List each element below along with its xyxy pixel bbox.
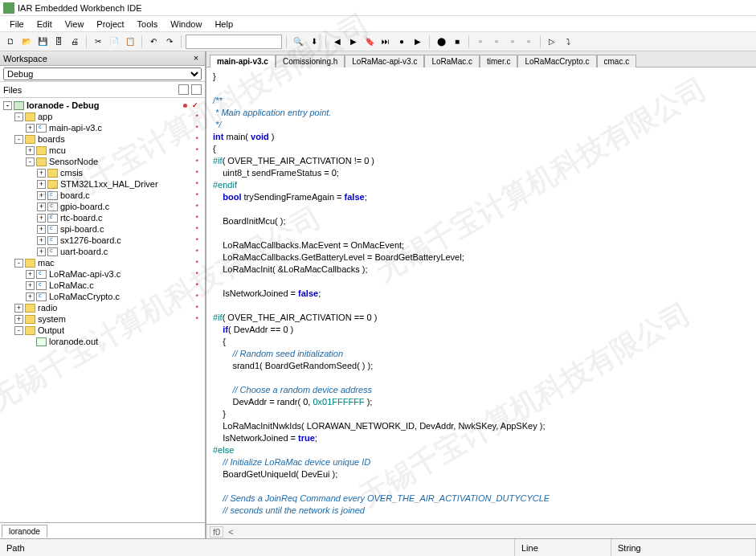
tree-item[interactable]: +mcu* bbox=[0, 145, 205, 156]
code-line[interactable] bbox=[213, 372, 750, 384]
code-line[interactable]: BoardInitMcu( ); bbox=[213, 215, 750, 227]
code-line[interactable]: srand1( BoardGetRandomSeed( ) ); bbox=[213, 360, 750, 372]
menu-window[interactable]: Window bbox=[164, 19, 208, 29]
editor-tab[interactable]: timer.c bbox=[480, 55, 517, 67]
file-tree[interactable]: -loranode - Debug✓-app*+main-api-v3.c*-b… bbox=[0, 98, 205, 522]
code-line[interactable]: int main( void ) bbox=[213, 131, 750, 143]
expand-icon[interactable]: + bbox=[26, 270, 35, 279]
tree-item[interactable]: -mac* bbox=[0, 257, 205, 268]
d4-button[interactable]: ▫ bbox=[521, 35, 536, 49]
tree-item[interactable]: +rtc-board.c* bbox=[0, 212, 205, 223]
expand-icon[interactable]: + bbox=[37, 214, 46, 223]
code-line[interactable]: // Initialize LoRaMac device unique ID bbox=[213, 456, 750, 468]
tree-item[interactable]: -boards* bbox=[0, 133, 205, 145]
code-line[interactable] bbox=[213, 227, 750, 239]
paste-button[interactable]: 📋 bbox=[123, 35, 137, 49]
save-button[interactable]: 💾 bbox=[35, 35, 50, 49]
expand-icon[interactable]: + bbox=[37, 247, 46, 256]
nav2-button[interactable]: ▶ bbox=[346, 35, 361, 49]
close-icon[interactable]: × bbox=[190, 53, 202, 64]
code-line[interactable] bbox=[213, 480, 750, 493]
code-line[interactable]: LoRaMacInit( &LoRaMacCallbacks ); bbox=[213, 264, 750, 276]
tree-item[interactable]: +cmsis* bbox=[0, 167, 205, 178]
tree-item[interactable]: +STM32L1xx_HAL_Driver* bbox=[0, 178, 205, 190]
expand-icon[interactable]: + bbox=[26, 146, 35, 155]
expand-icon[interactable]: - bbox=[26, 157, 35, 166]
expand-icon[interactable]: + bbox=[37, 191, 46, 200]
header-icon-2[interactable] bbox=[191, 84, 202, 95]
expand-icon[interactable]: + bbox=[37, 225, 46, 234]
code-line[interactable]: uint8_t sendFrameStatus = 0; bbox=[213, 167, 750, 179]
tree-item[interactable]: +LoRaMac-api-v3.c* bbox=[0, 268, 205, 280]
code-line[interactable]: IsNetworkJoined = false; bbox=[213, 288, 750, 300]
new-button[interactable]: 🗋 bbox=[3, 35, 18, 49]
menu-project[interactable]: Project bbox=[90, 19, 130, 29]
code-line[interactable]: { bbox=[213, 143, 750, 155]
expand-icon[interactable]: - bbox=[14, 135, 23, 144]
menu-help[interactable]: Help bbox=[208, 19, 239, 29]
code-line[interactable]: } bbox=[213, 71, 750, 83]
header-icon-1[interactable] bbox=[178, 84, 189, 95]
expand-icon[interactable]: - bbox=[14, 112, 23, 121]
expand-icon[interactable]: + bbox=[14, 304, 23, 313]
code-line[interactable]: BoardGetUniqueId( DevEui ); bbox=[213, 468, 750, 480]
redo-button[interactable]: ↷ bbox=[162, 35, 177, 49]
menu-view[interactable]: View bbox=[59, 19, 91, 29]
step-button[interactable]: ⤵ bbox=[561, 35, 575, 49]
tree-item[interactable]: -SensorNode* bbox=[0, 156, 205, 167]
d1-button[interactable]: ▫ bbox=[473, 35, 488, 49]
open-button[interactable]: 📂 bbox=[19, 35, 34, 49]
expand-icon[interactable]: - bbox=[14, 259, 23, 268]
expand-icon[interactable]: - bbox=[14, 326, 23, 335]
toolbar-combo[interactable] bbox=[186, 35, 282, 49]
tree-item[interactable]: -Output bbox=[0, 325, 205, 336]
code-line[interactable]: #if( OVER_THE_AIR_ACTIVATION == 0 ) bbox=[213, 312, 750, 324]
code-line[interactable]: DevAddr = randr( 0, 0x01FFFFFF ); bbox=[213, 396, 750, 408]
bookmarknext-button[interactable]: ⏭ bbox=[378, 35, 393, 49]
expand-icon[interactable]: + bbox=[26, 124, 35, 133]
tree-item[interactable]: loranode.out bbox=[0, 336, 205, 347]
code-line[interactable] bbox=[213, 276, 750, 288]
expand-icon[interactable]: + bbox=[37, 180, 46, 189]
editor-tab[interactable]: Comissioning.h bbox=[276, 55, 345, 67]
editor-tab[interactable]: LoRaMac-api-v3.c bbox=[345, 55, 424, 67]
code-line[interactable] bbox=[213, 203, 750, 215]
tree-item[interactable]: +spi-board.c* bbox=[0, 223, 205, 235]
nav1-button[interactable]: ◀ bbox=[330, 35, 345, 49]
bookmark-button[interactable]: 🔖 bbox=[362, 35, 377, 49]
editor-tab[interactable]: LoRaMac.c bbox=[424, 55, 480, 67]
code-line[interactable]: * Main application entry point. bbox=[213, 107, 750, 119]
menu-file[interactable]: File bbox=[3, 19, 31, 29]
code-line[interactable]: // Random seed initialization bbox=[213, 348, 750, 360]
fold-indicator[interactable]: f0 bbox=[210, 526, 223, 538]
d3-button[interactable]: ▫ bbox=[505, 35, 520, 49]
find-button[interactable]: 🔍 bbox=[291, 35, 305, 49]
code-editor[interactable]: } /** * Main application entry point. */… bbox=[206, 67, 756, 524]
scroll-left-icon[interactable]: < bbox=[228, 527, 233, 537]
expand-icon[interactable]: + bbox=[14, 315, 23, 324]
tree-item[interactable]: -loranode - Debug✓ bbox=[0, 100, 205, 111]
menu-edit[interactable]: Edit bbox=[31, 19, 59, 29]
code-line[interactable]: #if( OVER_THE_AIR_ACTIVATION != 0 ) bbox=[213, 155, 750, 167]
tree-item[interactable]: +main-api-v3.c* bbox=[0, 122, 205, 133]
expand-icon[interactable]: + bbox=[37, 236, 46, 245]
code-line[interactable]: #endif bbox=[213, 179, 750, 191]
editor-tab[interactable]: main-api-v3.c bbox=[210, 55, 276, 67]
tree-item[interactable]: +gpio-board.c* bbox=[0, 201, 205, 212]
code-line[interactable]: // Choose a random device address bbox=[213, 384, 750, 396]
config-combo[interactable]: Debug bbox=[0, 66, 205, 82]
expand-icon[interactable]: + bbox=[37, 202, 46, 211]
code-line[interactable]: if( DevAddr == 0 ) bbox=[213, 324, 750, 336]
code-line[interactable]: IsNetworkJoined = true; bbox=[213, 432, 750, 444]
copy-button[interactable]: 📄 bbox=[107, 35, 121, 49]
code-line[interactable]: // Sends a JoinReq Command every OVER_TH… bbox=[213, 493, 750, 505]
code-line[interactable]: LoRaMacCallbacks.MacEvent = OnMacEvent; bbox=[213, 239, 750, 251]
tree-item[interactable]: +radio* bbox=[0, 302, 205, 313]
cut-button[interactable]: ✂ bbox=[91, 35, 105, 49]
code-line[interactable]: */ bbox=[213, 119, 750, 131]
print-button[interactable]: 🖨 bbox=[67, 35, 82, 49]
tree-item[interactable]: +sx1276-board.c* bbox=[0, 235, 205, 246]
gobp-button[interactable]: ● bbox=[394, 35, 409, 49]
code-line[interactable]: // seconds until the network is joined bbox=[213, 505, 750, 517]
code-line[interactable]: LoRaMacInitNwkIds( LORAWAN_NETWORK_ID, D… bbox=[213, 420, 750, 432]
